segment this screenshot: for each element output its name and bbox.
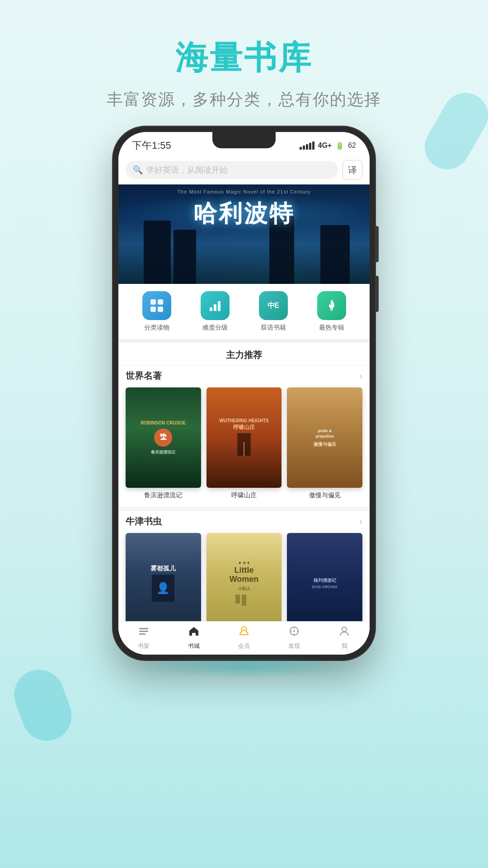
- main-section-header: 主力推荐: [118, 339, 370, 365]
- figure-1: [144, 221, 171, 284]
- nav-member-icon: [238, 625, 250, 640]
- world-classics-title: 世界名著: [126, 370, 162, 382]
- nav-me-icon: [338, 625, 350, 640]
- phone-reflection: [131, 656, 357, 678]
- translate-button[interactable]: 译: [343, 160, 362, 180]
- book-title-wuthering: 呼啸山庄: [231, 491, 257, 500]
- phone-inner: 下午1:55 4G+ 🔋 62: [118, 132, 370, 655]
- world-classics-grid: ROBINSON CRUSOE 🏝 鲁滨逊漂流记 鲁滨逊漂流记: [126, 387, 362, 500]
- nav-discover-icon: [288, 625, 300, 640]
- nav-me[interactable]: 我: [319, 625, 370, 650]
- categories-row: 分类读物 难度分级: [118, 284, 370, 339]
- figure-2: [174, 230, 196, 284]
- book-cover-img-little-women: ⚜ ⚜ ⚜ LittleWomen 小妇人: [206, 533, 282, 621]
- search-icon: 🔍: [133, 165, 143, 175]
- svg-rect-9: [139, 633, 145, 635]
- book-cover-little-women: ⚜ ⚜ ⚜ LittleWomen 小妇人: [206, 533, 282, 621]
- page-title: 海量书库: [0, 36, 488, 80]
- network-type: 4G+: [318, 142, 332, 150]
- nav-store-icon: [188, 625, 200, 640]
- main-scroll[interactable]: The Most Famous Magic Novel of the 21st …: [118, 184, 370, 621]
- book-little-women[interactable]: ⚜ ⚜ ⚜ LittleWomen 小妇人: [206, 533, 282, 621]
- book-cover-img-fog: 雾都孤儿 👤: [126, 533, 201, 621]
- book-cover-wuthering: WUTHERING HEIGHTS 呼啸山庄: [206, 387, 282, 488]
- category-classified[interactable]: 分类读物: [142, 291, 171, 332]
- book-cover-gulliver: 格列佛游记 DAN ARCHIA: [287, 533, 362, 621]
- svg-rect-6: [218, 301, 221, 311]
- oxford-title: 牛津书虫: [126, 515, 162, 528]
- nav-me-label: 我: [342, 642, 347, 650]
- hot-label: 最热专辑: [319, 324, 344, 332]
- book-cover-img-wuthering: WUTHERING HEIGHTS 呼啸山庄: [206, 387, 282, 488]
- nav-shelf-label: 书架: [138, 642, 150, 650]
- book-gulliver[interactable]: 格列佛游记 DAN ARCHIA 格列佛游记: [287, 533, 362, 621]
- world-classics-header: 世界名著 ›: [126, 370, 362, 382]
- app-content: 🔍 学好英语，从阅读开始 译: [118, 156, 370, 655]
- svg-rect-0: [150, 299, 156, 305]
- status-time: 下午1:55: [132, 139, 171, 152]
- bg-decoration-bottom-left: [7, 663, 79, 748]
- book-fog[interactable]: 雾都孤儿 👤 雾都孤儿: [126, 533, 201, 621]
- main-section-title: 主力推荐: [226, 350, 262, 360]
- signal-icon: [300, 142, 314, 150]
- phone-outer: 下午1:55 4G+ 🔋 62: [113, 127, 375, 660]
- svg-rect-4: [210, 307, 212, 311]
- phone-notch: [212, 132, 276, 148]
- nav-member[interactable]: 会员: [219, 625, 269, 650]
- nav-store-label: 书城: [188, 642, 200, 650]
- oxford-header: 牛津书虫 ›: [126, 515, 362, 528]
- category-difficulty[interactable]: 难度分级: [201, 291, 230, 332]
- book-wuthering[interactable]: WUTHERING HEIGHTS 呼啸山庄 呼啸山庄: [206, 387, 282, 500]
- book-title-pride: 傲慢与偏见: [309, 491, 341, 500]
- difficulty-icon: [201, 291, 230, 320]
- svg-point-11: [293, 630, 295, 632]
- hot-icon: [317, 291, 346, 320]
- bilingual-icon: 中E: [259, 291, 288, 320]
- book-title-robinson: 鲁滨逊漂流记: [144, 491, 182, 500]
- classified-icon: [142, 291, 171, 320]
- phone-mockup: 下午1:55 4G+ 🔋 62: [113, 127, 375, 660]
- search-placeholder: 学好英语，从阅读开始: [146, 165, 228, 175]
- svg-rect-1: [158, 299, 163, 305]
- bottom-nav: 书架 书城: [118, 621, 370, 655]
- book-robinson[interactable]: ROBINSON CRUSOE 🏝 鲁滨逊漂流记 鲁滨逊漂流记: [126, 387, 201, 500]
- page-header: 海量书库 丰富资源，多种分类，总有你的选择: [0, 0, 488, 111]
- nav-discover-label: 发现: [288, 642, 300, 650]
- oxford-section: 牛津书虫 › 雾都孤儿: [118, 510, 370, 621]
- svg-rect-5: [214, 304, 216, 311]
- search-bar-container: 🔍 学好英语，从阅读开始 译: [118, 156, 370, 184]
- banner[interactable]: The Most Famous Magic Novel of the 21st …: [118, 184, 370, 284]
- category-hot[interactable]: 最热专辑: [317, 291, 346, 332]
- page-subtitle: 丰富资源，多种分类，总有你的选择: [0, 89, 488, 111]
- category-bilingual[interactable]: 中E 双语书籍: [259, 291, 288, 332]
- classified-label: 分类读物: [144, 324, 169, 332]
- difficulty-label: 难度分级: [202, 324, 228, 332]
- figure-4: [320, 225, 350, 284]
- nav-discover[interactable]: 发现: [269, 625, 319, 650]
- book-cover-fog: 雾都孤儿 👤: [126, 533, 201, 621]
- battery-level: 62: [348, 142, 356, 150]
- oxford-arrow[interactable]: ›: [359, 516, 362, 527]
- book-cover-img-robinson: ROBINSON CRUSOE 🏝 鲁滨逊漂流记: [126, 387, 201, 488]
- svg-rect-2: [150, 307, 156, 312]
- book-cover-pride: pride &prejudice 傲慢与偏见: [287, 387, 362, 488]
- svg-rect-3: [158, 307, 163, 312]
- nav-shelf[interactable]: 书架: [118, 625, 169, 650]
- book-cover-robinson: ROBINSON CRUSOE 🏝 鲁滨逊漂流记: [126, 387, 201, 488]
- translate-label: 译: [348, 164, 357, 176]
- svg-rect-7: [139, 628, 148, 629]
- svg-rect-8: [139, 631, 148, 632]
- world-classics-section: 世界名著 › ROBINSON CRUSOE 🏝: [118, 365, 370, 507]
- bilingual-label: 双语书籍: [261, 324, 286, 332]
- search-bar[interactable]: 🔍 学好英语，从阅读开始: [126, 161, 338, 179]
- battery-icon: 🔋: [335, 142, 344, 150]
- nav-shelf-icon: [138, 625, 150, 640]
- book-pride[interactable]: pride &prejudice 傲慢与偏见 傲慢与偏见: [287, 387, 362, 500]
- book-cover-img-gulliver: 格列佛游记 DAN ARCHIA: [287, 533, 362, 621]
- oxford-grid: 雾都孤儿 👤 雾都孤儿: [126, 533, 362, 621]
- nav-store[interactable]: 书城: [169, 625, 219, 650]
- banner-title: 哈利波特: [193, 198, 295, 230]
- svg-point-16: [342, 627, 347, 632]
- world-classics-arrow[interactable]: ›: [359, 371, 362, 381]
- book-cover-img-pride: pride &prejudice 傲慢与偏见: [287, 387, 362, 488]
